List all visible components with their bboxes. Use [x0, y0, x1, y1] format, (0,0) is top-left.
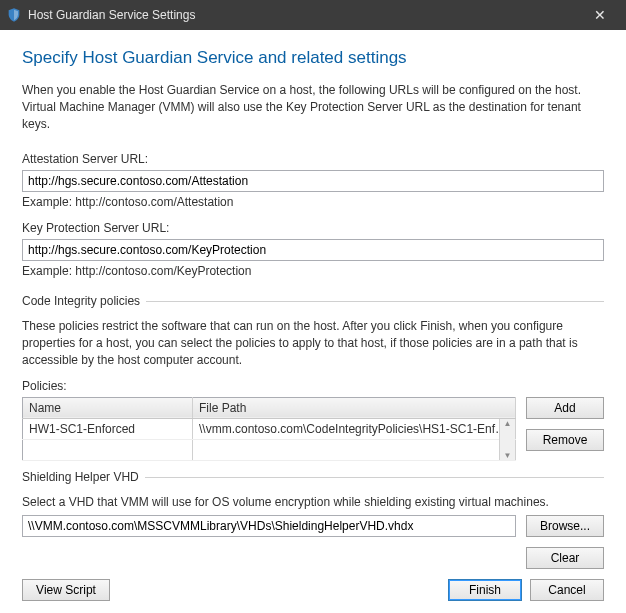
- add-button[interactable]: Add: [526, 397, 604, 419]
- column-filepath[interactable]: File Path: [193, 397, 516, 418]
- intro-text: When you enable the Host Guardian Servic…: [22, 82, 604, 132]
- divider: [146, 301, 604, 302]
- shield-icon: [6, 7, 22, 23]
- close-button[interactable]: ✕: [580, 7, 620, 23]
- shielding-vhd-legend: Shielding Helper VHD: [22, 470, 604, 484]
- attestation-url-input[interactable]: [22, 170, 604, 192]
- policy-path-cell: \\vmm.contoso.com\CodeIntegrityPolicies\…: [193, 418, 516, 439]
- table-row[interactable]: HW1-SC1-Enforced \\vmm.contoso.com\CodeI…: [23, 418, 516, 439]
- scroll-down-icon[interactable]: ▼: [500, 451, 515, 460]
- policies-label: Policies:: [22, 379, 604, 393]
- remove-button[interactable]: Remove: [526, 429, 604, 451]
- clear-button[interactable]: Clear: [526, 547, 604, 569]
- code-integrity-legend-text: Code Integrity policies: [22, 294, 140, 308]
- titlebar: Host Guardian Service Settings ✕: [0, 0, 626, 30]
- scroll-up-icon[interactable]: ▲: [500, 419, 515, 428]
- view-script-button[interactable]: View Script: [22, 579, 110, 601]
- code-integrity-desc: These policies restrict the software tha…: [22, 318, 604, 368]
- code-integrity-legend: Code Integrity policies: [22, 294, 604, 308]
- table-header-row: Name File Path: [23, 397, 516, 418]
- finish-button[interactable]: Finish: [448, 579, 522, 601]
- shielding-vhd-path-input[interactable]: [22, 515, 516, 537]
- table-row-empty: [23, 439, 516, 460]
- attestation-label: Attestation Server URL:: [22, 152, 604, 166]
- shielding-vhd-desc: Select a VHD that VMM will use for OS vo…: [22, 494, 604, 511]
- shielding-vhd-legend-text: Shielding Helper VHD: [22, 470, 139, 484]
- table-scrollbar[interactable]: ▲ ▼: [499, 419, 515, 460]
- keyprotection-url-input[interactable]: [22, 239, 604, 261]
- dialog-footer: View Script Finish Cancel: [22, 569, 604, 601]
- browse-button[interactable]: Browse...: [526, 515, 604, 537]
- divider: [145, 477, 604, 478]
- page-title: Specify Host Guardian Service and relate…: [22, 48, 604, 68]
- keyprotection-example: Example: http://contoso.com/KeyProtectio…: [22, 264, 604, 278]
- dialog-content: Specify Host Guardian Service and relate…: [0, 30, 626, 613]
- policies-table[interactable]: Name File Path HW1-SC1-Enforced \\vmm.co…: [22, 397, 516, 461]
- attestation-example: Example: http://contoso.com/Attestation: [22, 195, 604, 209]
- window-title: Host Guardian Service Settings: [28, 8, 195, 22]
- policy-name-cell: HW1-SC1-Enforced: [23, 418, 193, 439]
- keyprotection-label: Key Protection Server URL:: [22, 221, 604, 235]
- cancel-button[interactable]: Cancel: [530, 579, 604, 601]
- column-name[interactable]: Name: [23, 397, 193, 418]
